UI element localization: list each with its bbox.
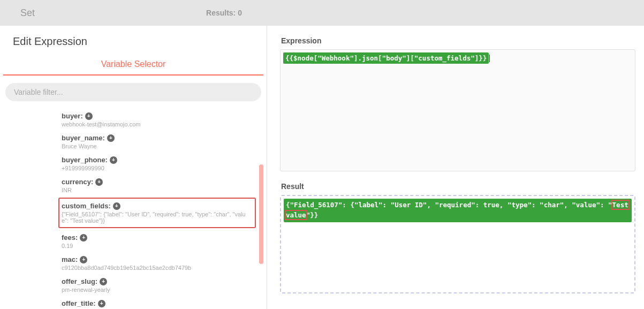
variable-list-wrap: buyer:+webhook-test@instamojo.combuyer_n… <box>0 109 267 309</box>
variable-key-label: buyer_phone: <box>62 156 108 164</box>
node-title: Set <box>20 7 35 19</box>
variable-key: buyer_phone:+ <box>62 156 117 164</box>
results-count: Results: 0 <box>206 9 242 17</box>
text-cursor <box>489 55 490 62</box>
variable-value: pm-renewal-yearly <box>62 287 256 293</box>
variable-item[interactable]: buyer:+webhook-test@instamojo.com <box>62 109 256 131</box>
variable-item[interactable]: buyer_phone:++919999999990 <box>62 153 256 175</box>
variable-key-label: offer_title: <box>62 299 96 307</box>
variable-item[interactable]: buyer_name:+Bruce Wayne <box>62 131 256 153</box>
variable-value: 0.19 <box>62 243 256 249</box>
variable-key: offer_title:+ <box>62 299 105 307</box>
variable-key: buyer:+ <box>62 112 93 120</box>
result-output: {"Field_56107": {"label": "User ID", "re… <box>280 195 635 293</box>
right-panel: Expression {{$node["Webhook"].json["body… <box>267 26 644 309</box>
variable-key: custom_fields:+ <box>62 202 120 210</box>
variable-key: buyer_name:+ <box>62 134 115 142</box>
plus-icon[interactable]: + <box>80 256 87 263</box>
variable-key-label: buyer_name: <box>62 134 105 142</box>
left-panel: Edit Expression Variable Selector buyer:… <box>0 26 267 309</box>
variable-list[interactable]: buyer:+webhook-test@instamojo.combuyer_n… <box>0 109 267 309</box>
plus-icon[interactable]: + <box>80 234 87 242</box>
variable-key-label: offer_slug: <box>62 277 97 285</box>
variable-value: Bruce Wayne <box>62 143 256 149</box>
result-suffix: "}} <box>306 211 319 219</box>
variable-value: c9120bba8d0ad749cb19e51a2bc15ae2cdb7479b <box>62 265 256 271</box>
variable-value: +919999999990 <box>62 165 256 171</box>
variable-value: INR <box>62 187 256 193</box>
expression-editor[interactable]: {{$node["Webhook"].json["body"]["custom_… <box>280 49 635 171</box>
plus-icon[interactable]: + <box>98 300 105 307</box>
variable-item[interactable]: mac:+c9120bba8d0ad749cb19e51a2bc15ae2cdb… <box>62 252 256 274</box>
variable-key: mac:+ <box>62 255 87 263</box>
plus-icon[interactable]: + <box>113 202 120 210</box>
filter-wrap <box>0 76 267 109</box>
variable-key: fees:+ <box>62 233 87 242</box>
variable-item[interactable]: currency:+INR <box>62 175 256 197</box>
result-label: Result <box>280 171 635 195</box>
plus-icon[interactable]: + <box>107 134 115 142</box>
variable-key-label: mac: <box>62 255 78 263</box>
result-content: {"Field_56107": {"label": "User ID", "re… <box>284 199 632 222</box>
variable-key-label: fees: <box>62 233 78 242</box>
variable-value: webhook-test@instamojo.com <box>62 121 256 127</box>
main-content: Edit Expression Variable Selector buyer:… <box>0 26 644 309</box>
variable-filter-input[interactable] <box>5 83 261 101</box>
variable-item[interactable]: custom_fields:+{"Field_56107": {"label":… <box>58 198 256 228</box>
expression-label: Expression <box>280 26 635 49</box>
plus-icon[interactable]: + <box>85 112 93 120</box>
scrollbar-thumb[interactable] <box>259 164 263 264</box>
expression-token: {{$node["Webhook"].json["body"]["custom_… <box>283 52 489 64</box>
tab-variable-selector[interactable]: Variable Selector <box>3 53 263 76</box>
plus-icon[interactable]: + <box>100 278 107 285</box>
variable-item[interactable]: offer_title:+PM Renewal (Yearly) <box>62 296 256 309</box>
plus-icon[interactable]: + <box>95 178 103 186</box>
tab-label: Variable Selector <box>101 59 166 69</box>
variable-value: {"Field_56107": {"label": "User ID", "re… <box>62 211 252 224</box>
topbar: Set Results: 0 <box>0 0 644 26</box>
variable-key: offer_slug:+ <box>62 277 107 285</box>
plus-icon[interactable]: + <box>110 156 117 164</box>
variable-key-label: buyer: <box>62 112 83 120</box>
left-header: Edit Expression <box>0 26 267 53</box>
variable-item[interactable]: offer_slug:+pm-renewal-yearly <box>62 274 256 296</box>
page-title: Edit Expression <box>13 35 254 48</box>
variable-item[interactable]: fees:+0.19 <box>62 230 256 252</box>
variable-key: currency:+ <box>62 178 103 186</box>
variable-key-label: currency: <box>62 178 93 186</box>
result-prefix: {"Field_56107": {"label": "User ID", "re… <box>286 201 612 209</box>
variable-key-label: custom_fields: <box>62 202 111 210</box>
